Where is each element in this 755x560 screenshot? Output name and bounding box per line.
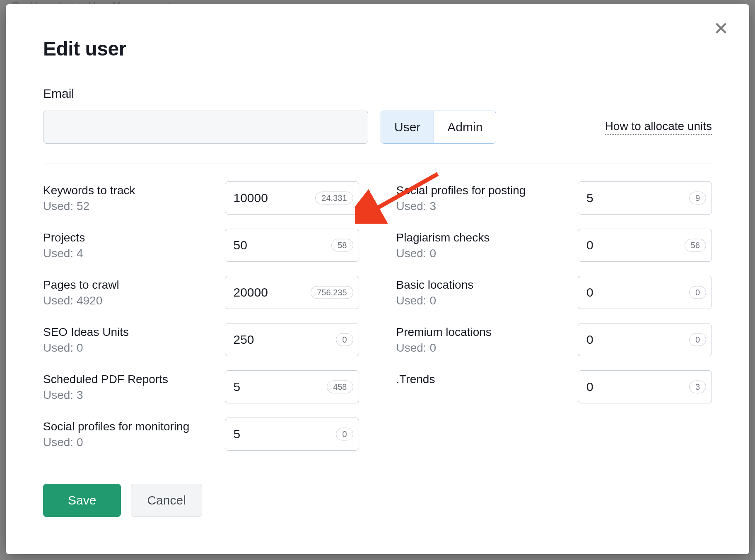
limit-used-value: 3 xyxy=(77,389,83,401)
limit-input-wrap: 458 xyxy=(225,370,359,403)
limit-name: SEO Ideas Units xyxy=(43,326,217,339)
limit-row-scheduled-pdf-reports: Scheduled PDF ReportsUsed: 3458 xyxy=(43,370,359,403)
limit-name: Social profiles for posting xyxy=(396,184,570,197)
limit-labels: .Trends xyxy=(396,370,570,386)
limit-available-badge: 0 xyxy=(336,428,353,441)
limit-used-value: 0 xyxy=(429,294,436,307)
limit-labels: Social profiles for postingUsed: 3 xyxy=(396,181,570,213)
limit-input-wrap: 58 xyxy=(225,229,359,262)
limit-labels: Scheduled PDF ReportsUsed: 3 xyxy=(43,370,217,402)
limit-available-badge: 9 xyxy=(689,192,706,205)
edit-user-modal: Edit user Email User Admin How to alloca… xyxy=(6,4,749,554)
limit-labels: Keywords to trackUsed: 52 xyxy=(43,181,217,213)
limit-row-keywords-to-track: Keywords to trackUsed: 5224,331 xyxy=(43,181,359,215)
limit-used-value: 4 xyxy=(77,247,83,260)
limit-row-pages-to-crawl: Pages to crawlUsed: 4920756,235 xyxy=(43,276,359,309)
limit-used-value: 0 xyxy=(429,341,436,354)
limit-input-wrap: 0 xyxy=(578,276,712,309)
limit-used: Used: 0 xyxy=(43,341,217,355)
role-admin-button[interactable]: Admin xyxy=(434,111,496,143)
limit-used-prefix: Used: xyxy=(43,200,77,212)
modal-title: Edit user xyxy=(43,37,712,60)
limit-used-prefix: Used: xyxy=(396,200,430,212)
limit-row-plagiarism-checks: Plagiarism checksUsed: 056 xyxy=(396,229,712,262)
limit-name: Social profiles for monitoring xyxy=(43,420,217,433)
divider xyxy=(43,164,712,164)
limit-labels: Premium locationsUsed: 0 xyxy=(396,323,570,355)
limit-labels: Plagiarism checksUsed: 0 xyxy=(396,229,570,260)
limit-input-wrap: 24,331 xyxy=(225,181,359,215)
cancel-button[interactable]: Cancel xyxy=(131,484,202,517)
limit-used-prefix: Used: xyxy=(43,389,77,401)
limit-used-value: 0 xyxy=(77,436,83,449)
limit-labels: Social profiles for monitoringUsed: 0 xyxy=(43,418,217,449)
limit-used: Used: 4 xyxy=(43,247,217,260)
limit-used-value: 0 xyxy=(77,341,83,354)
limit-used-prefix: Used: xyxy=(43,436,77,449)
close-button[interactable] xyxy=(712,19,730,37)
limit-labels: Basic locationsUsed: 0 xyxy=(396,276,570,307)
limit-row-projects: ProjectsUsed: 458 xyxy=(43,229,359,262)
close-icon xyxy=(714,21,728,35)
limit-row-seo-ideas-units: SEO Ideas UnitsUsed: 00 xyxy=(43,323,359,356)
limit-used: Used: 0 xyxy=(396,341,570,355)
limit-name: Premium locations xyxy=(396,326,570,339)
limit-available-badge: 58 xyxy=(331,239,353,252)
limit-name: Keywords to track xyxy=(43,184,217,197)
limit-input-wrap: 9 xyxy=(578,181,712,215)
limit-row-social-profiles-for-posting: Social profiles for postingUsed: 39 xyxy=(396,181,712,215)
limit-used-value: 3 xyxy=(429,200,436,212)
email-label: Email xyxy=(43,87,712,101)
limit-labels: SEO Ideas UnitsUsed: 0 xyxy=(43,323,217,355)
limit-input-wrap: 0 xyxy=(578,323,712,356)
role-user-button[interactable]: User xyxy=(381,111,434,143)
limit-row-trends: .Trends3 xyxy=(396,370,712,403)
limit-used-value: 0 xyxy=(429,247,436,260)
limit-used: Used: 0 xyxy=(396,294,570,307)
limit-used: Used: 3 xyxy=(43,389,217,402)
limit-used-prefix: Used: xyxy=(396,341,430,354)
limit-name: Basic locations xyxy=(396,278,570,292)
limit-available-badge: 0 xyxy=(336,333,353,346)
limit-available-badge: 24,331 xyxy=(315,192,353,205)
limit-available-badge: 756,235 xyxy=(311,286,353,299)
save-button[interactable]: Save xyxy=(43,484,121,517)
limit-available-badge: 0 xyxy=(689,333,706,346)
limit-used-prefix: Used: xyxy=(43,341,77,354)
help-allocate-units-link[interactable]: How to allocate units xyxy=(605,120,712,135)
limit-name: Pages to crawl xyxy=(43,278,217,292)
limit-labels: ProjectsUsed: 4 xyxy=(43,229,217,260)
limit-used-prefix: Used: xyxy=(43,247,77,260)
limit-used-value: 4920 xyxy=(77,294,102,307)
limit-name: Scheduled PDF Reports xyxy=(43,373,217,386)
limit-available-badge: 3 xyxy=(689,381,706,393)
email-field[interactable] xyxy=(43,111,368,144)
limit-used-prefix: Used: xyxy=(396,294,430,307)
limit-row-premium-locations: Premium locationsUsed: 00 xyxy=(396,323,712,356)
limit-name: .Trends xyxy=(396,373,570,386)
limit-used-prefix: Used: xyxy=(43,294,77,307)
limit-used: Used: 4920 xyxy=(43,294,217,307)
limit-name: Projects xyxy=(43,231,217,244)
limit-used-value: 52 xyxy=(77,200,89,212)
limit-input-wrap: 3 xyxy=(578,370,712,403)
limit-input-wrap: 0 xyxy=(225,418,359,451)
limit-input-wrap: 756,235 xyxy=(225,276,359,309)
limit-row-basic-locations: Basic locationsUsed: 00 xyxy=(396,276,712,309)
limit-input-wrap: 56 xyxy=(578,229,712,262)
limit-available-badge: 56 xyxy=(685,239,706,252)
limit-used-prefix: Used: xyxy=(396,247,430,260)
limit-row-social-profiles-for-monitoring: Social profiles for monitoringUsed: 00 xyxy=(43,418,359,451)
limit-available-badge: 0 xyxy=(689,286,706,299)
limit-input-wrap: 0 xyxy=(225,323,359,356)
limit-used: Used: 3 xyxy=(396,200,570,213)
limit-available-badge: 458 xyxy=(327,381,353,393)
role-toggle: User Admin xyxy=(381,111,496,144)
limit-used: Used: 0 xyxy=(396,247,570,260)
limit-used: Used: 52 xyxy=(43,200,217,213)
limit-name: Plagiarism checks xyxy=(396,231,570,244)
limit-used: Used: 0 xyxy=(43,436,217,449)
limit-labels: Pages to crawlUsed: 4920 xyxy=(43,276,217,307)
